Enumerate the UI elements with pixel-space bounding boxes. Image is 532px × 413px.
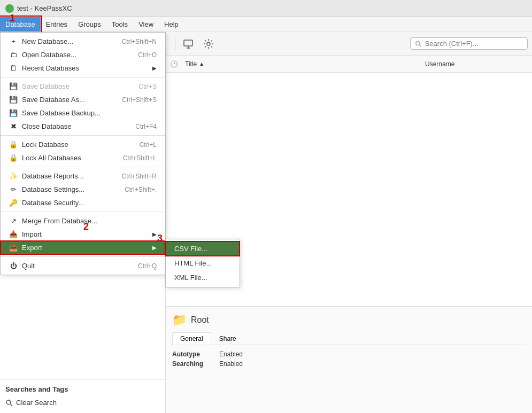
menu-tools[interactable]: Tools [106,17,133,32]
menu-item-quit[interactable]: ⏻ Quit Ctrl+Q [1,259,165,272]
menu-entries[interactable]: Entries [41,17,73,32]
tab-general[interactable]: General [172,332,211,345]
folder-name: Root [191,315,209,325]
menu-item-lock-database[interactable]: 🔒 Lock Database Ctrl+L [1,138,165,151]
export-arrow: ▶ [152,245,157,251]
toolbar-settings[interactable] [199,34,218,53]
menu-item-recent-databases[interactable]: 🗒 Recent Databases ▶ [1,61,165,75]
search-icon [415,40,422,48]
svg-point-27 [207,42,210,45]
submenu-item-csv[interactable]: CSV File... [166,241,240,256]
lock-icon: 🔒 [9,141,18,149]
export-submenu: 3 CSV File... HTML File... XML File... [165,239,240,287]
submenu-item-html[interactable]: HTML File... [166,256,240,270]
backup-icon: 💾 [9,109,18,117]
menu-bar: Database 1 Entries Groups Tools View Hel… [0,17,532,32]
submenu-arrow: ▶ [152,65,157,71]
svg-line-31 [11,404,13,406]
info-row-autotype: Autotype Enabled [172,350,526,358]
separator-1 [1,77,165,77]
menu-item-db-security[interactable]: 🔑 Database Security... [1,196,165,209]
tab-share[interactable]: Share [211,332,244,345]
recent-icon: 🗒 [9,64,18,72]
key-icon: 🔑 [9,199,18,207]
reports-icon: ✨ [9,172,18,180]
info-row-searching: Searching Enabled [172,360,526,368]
col-header-title[interactable]: Title ▲ [185,60,425,68]
separator-4 [1,212,165,212]
menu-item-import[interactable]: 📥 Import ▶ 2 [1,228,165,241]
title-bar: test - KeePassXC [0,0,532,17]
separator-5 [1,256,165,257]
separator-2 [1,135,165,136]
window-title: test - KeePassXC [17,4,72,12]
menu-item-db-settings[interactable]: ✏ Database Settings... Ctrl+Shift+, [1,183,165,196]
toolbar-screensaver[interactable] [179,34,198,53]
svg-point-30 [6,400,11,404]
search-box[interactable] [410,37,528,50]
lock-all-icon: 🔒 [9,154,18,162]
svg-point-28 [416,41,420,45]
menu-groups[interactable]: Groups [73,17,106,32]
toolbar-sep-2 [175,36,175,51]
clear-search-action[interactable]: Clear Search [5,398,160,408]
folder-header: 📁 Root [172,313,526,327]
save-as-icon: 💾 [9,96,18,104]
clear-search-label: Clear Search [16,399,57,407]
menu-item-new-database[interactable]: + New Database... Ctrl+Shift+N [1,35,165,48]
pencil-icon: ✏ [9,185,18,193]
entry-area: 🕐 Title ▲ Username 📁 Root General Share [166,56,532,413]
searches-and-tags-title: Searches and Tags [5,385,160,393]
bottom-info: Autotype Enabled Searching Enabled [172,350,526,368]
menu-help[interactable]: Help [159,17,184,32]
menu-database[interactable]: Database 1 [0,17,41,32]
close-icon: ✖ [9,122,18,130]
menu-view[interactable]: View [133,17,159,32]
search-input[interactable] [425,40,523,48]
menu-item-save-database-as[interactable]: 💾 Save Database As... Ctrl+Shift+S [1,93,165,106]
submenu-item-xml[interactable]: XML File... [166,270,240,285]
menu-item-merge-from[interactable]: ↗ Merge From Database... [1,214,165,228]
separator-3 [1,167,165,167]
menu-item-lock-all-databases[interactable]: 🔒 Lock All Databases Ctrl+Shift+L [1,151,165,165]
col-header-username[interactable]: Username [425,60,532,68]
autotype-value: Enabled [219,350,243,358]
menu-item-export[interactable]: 📤 Export ▶ 3 CSV File... HTML File... XM… [1,241,165,254]
export-icon: 📤 [9,244,18,252]
column-headers: 🕐 Title ▲ Username [166,56,532,73]
menu-item-save-database: 💾 Save Database Ctrl+S [1,80,165,93]
clear-search-icon [5,399,13,407]
searching-value: Enabled [219,360,243,368]
menu-item-db-reports[interactable]: ✨ Database Reports... Ctrl+Shift+R [1,169,165,183]
merge-icon: ↗ [9,217,18,225]
col-header-time: 🕐 [170,60,185,68]
quit-icon: ⏻ [9,262,18,270]
autotype-label: Autotype [172,350,215,358]
save-icon: 💾 [9,82,18,90]
svg-line-29 [420,45,421,46]
bottom-tabs: General Share [172,332,526,345]
plus-icon: + [9,37,18,45]
menu-item-save-backup[interactable]: 💾 Save Database Backup... [1,106,165,120]
app-icon [5,4,14,13]
bottom-panel: 📁 Root General Share Autotype Enabled Se… [166,306,532,413]
database-dropdown: + New Database... Ctrl+Shift+N 🗀 Open Da… [0,32,166,275]
import-arrow: ▶ [152,231,157,237]
searching-label: Searching [172,360,215,368]
menu-item-open-database[interactable]: 🗀 Open Database... Ctrl+O [1,48,165,61]
import-icon: 📥 [9,230,18,238]
menu-item-close-database[interactable]: ✖ Close Database Ctrl+F4 [1,120,165,133]
folder-open-icon: 🗀 [9,51,18,59]
sidebar-bottom: Searches and Tags Clear Search [0,379,165,413]
svg-rect-24 [184,40,192,46]
folder-icon: 📁 [172,313,187,327]
